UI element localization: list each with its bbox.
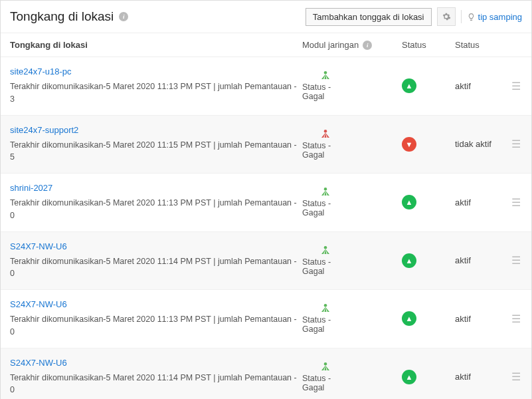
bulb-icon [467, 13, 476, 21]
table-row: shrini-2027Terakhir dikomunikasikan-5 Ma… [1, 174, 531, 232]
row-name-cell: S24X7-NW-U6Terakhir dikomunikasikan-5 Ma… [10, 299, 302, 338]
row-modul-cell: Status - Gagal [302, 187, 402, 217]
status-up-icon: ▲ [402, 195, 416, 209]
poller-link[interactable]: shrini-2027 [10, 183, 52, 193]
table-row: site24x7-support2Terakhir dikomunikasika… [1, 116, 531, 174]
row-modul-cell: Status - Gagal [302, 129, 402, 160]
row-modul-cell: Status - Gagal [302, 362, 402, 392]
poller-link[interactable]: S24X7-NW-U6 [10, 358, 67, 368]
row-meta: Terakhir dikomunikasikan-5 Maret 2020 11… [10, 80, 302, 106]
gear-icon [442, 12, 451, 21]
row-status2-cell: aktif [455, 255, 508, 265]
column-status: Status [402, 40, 455, 50]
row-name-cell: site24x7-u18-pcTerakhir dikomunikasikan-… [10, 66, 302, 106]
svg-point-4 [324, 304, 327, 307]
row-menu-button[interactable]: ☰ [508, 370, 524, 383]
row-status2-cell: tidak aktif [455, 139, 508, 149]
column-header: Tongkang di lokasi Modul jaringan i Stat… [1, 33, 531, 57]
svg-point-5 [324, 362, 327, 366]
modul-status-label: Status - Gagal [302, 82, 349, 101]
svg-point-1 [324, 130, 327, 133]
row-menu-button[interactable]: ☰ [508, 254, 524, 267]
info-icon[interactable]: i [119, 12, 128, 21]
row-status2-cell: aktif [455, 372, 508, 382]
row-menu-button[interactable]: ☰ [508, 313, 524, 325]
row-meta: Terakhir dikomunikasikan-5 Maret 2020 11… [10, 197, 302, 222]
network-icon [319, 362, 331, 371]
poller-link[interactable]: S24X7-NW-U6 [10, 241, 67, 251]
status-up-icon: ▲ [402, 78, 416, 93]
network-icon [319, 303, 331, 313]
row-name-cell: S24X7-NW-U6Terakhir dikomunikasikan-5 Ma… [10, 241, 302, 281]
row-menu-button[interactable]: ☰ [508, 80, 524, 92]
status-down-icon: ▼ [402, 137, 416, 152]
status-up-icon: ▲ [402, 370, 416, 384]
table-row: S24X7-NW-U6Terakhir dikomunikasikan-5 Ma… [1, 348, 531, 400]
modul-status-label: Status - Gagal [302, 141, 349, 160]
row-status-cell: ▲ [402, 253, 455, 268]
modul-status-label: Status - Gagal [302, 199, 349, 217]
row-status-cell: ▲ [402, 195, 455, 209]
poller-link[interactable]: S24X7-NW-U6 [10, 299, 67, 309]
row-name-cell: shrini-2027Terakhir dikomunikasikan-5 Ma… [10, 183, 302, 222]
row-name-cell: site24x7-support2Terakhir dikomunikasika… [10, 125, 302, 164]
page-header: Tongkang di lokasi i Tambahkan tonggak d… [1, 1, 531, 33]
main-container: Tongkang di lokasi i Tambahkan tonggak d… [0, 0, 532, 399]
status-up-icon: ▲ [402, 311, 416, 326]
modul-status-label: Status - Gagal [302, 257, 349, 276]
row-status-cell: ▲ [402, 78, 455, 93]
row-menu-button[interactable]: ☰ [508, 138, 524, 150]
table-row: S24X7-NW-U6Terakhir dikomunikasikan-5 Ma… [1, 232, 531, 291]
header-actions: Tambahkan tonggak di lokasi tip samping [306, 7, 522, 26]
row-status2-cell: aktif [455, 81, 508, 91]
column-status2: Status [455, 40, 508, 50]
column-modul: Modul jaringan i [302, 40, 402, 50]
status-up-icon: ▲ [402, 253, 416, 268]
network-icon [319, 245, 331, 255]
row-meta: Terakhir dikomunikasikan-5 Maret 2020 11… [10, 372, 302, 397]
settings-button[interactable] [437, 7, 456, 26]
row-status2-cell: aktif [455, 314, 508, 324]
table-row: S24X7-NW-U6Terakhir dikomunikasikan-5 Ma… [1, 290, 531, 348]
row-meta: Terakhir dikomunikasikan-5 Maret 2020 11… [10, 255, 302, 281]
row-meta: Terakhir dikomunikasikan-5 Maret 2020 11… [10, 313, 302, 338]
network-icon [319, 129, 331, 138]
modul-status-label: Status - Gagal [302, 315, 349, 334]
row-status-cell: ▼ [402, 137, 455, 152]
page-title: Tongkang di lokasi [10, 9, 114, 24]
row-name-cell: S24X7-NW-U6Terakhir dikomunikasikan-5 Ma… [10, 358, 302, 397]
row-modul-cell: Status - Gagal [302, 303, 402, 334]
column-name: Tongkang di lokasi [10, 40, 302, 50]
row-modul-cell: Status - Gagal [302, 70, 402, 101]
add-poller-button[interactable]: Tambahkan tonggak di lokasi [306, 8, 432, 26]
row-status-cell: ▲ [402, 370, 455, 384]
poller-link[interactable]: site24x7-u18-pc [10, 66, 72, 76]
svg-point-3 [324, 246, 327, 249]
network-icon [319, 187, 331, 196]
row-modul-cell: Status - Gagal [302, 245, 402, 276]
column-modul-label: Modul jaringan [302, 40, 359, 50]
table-row: site24x7-u18-pcTerakhir dikomunikasikan-… [1, 57, 531, 116]
divider [461, 10, 462, 23]
row-status-cell: ▲ [402, 311, 455, 326]
row-meta: Terakhir dikomunikasikan-5 Maret 2020 11… [10, 139, 302, 164]
row-menu-button[interactable]: ☰ [508, 196, 524, 209]
poller-link[interactable]: site24x7-support2 [10, 125, 78, 135]
network-icon [319, 70, 331, 80]
table-body: site24x7-u18-pcTerakhir dikomunikasikan-… [1, 57, 531, 399]
tip-link[interactable]: tip samping [467, 12, 522, 22]
svg-point-2 [324, 188, 327, 191]
tip-link-label: tip samping [478, 12, 522, 22]
svg-point-0 [324, 71, 327, 74]
modul-status-label: Status - Gagal [302, 374, 349, 392]
info-icon[interactable]: i [363, 41, 372, 50]
row-status2-cell: aktif [455, 198, 508, 207]
